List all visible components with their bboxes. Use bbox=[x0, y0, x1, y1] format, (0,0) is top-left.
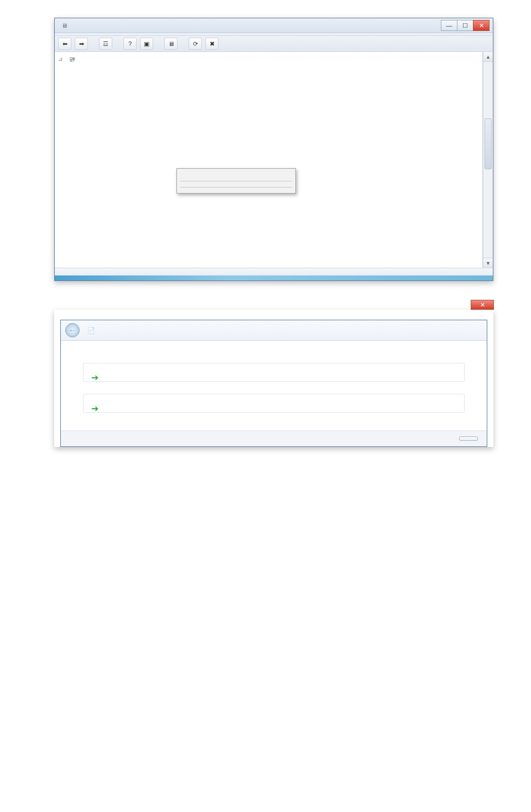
wizard-icon: 📄 bbox=[87, 326, 96, 334]
maximize-button[interactable]: ☐ bbox=[457, 20, 473, 31]
window-icon: 🖥 bbox=[60, 22, 69, 29]
wizard-body: ➔ ➔ bbox=[61, 341, 487, 430]
tb-help-icon[interactable]: ? bbox=[123, 38, 137, 50]
vertical-scrollbar[interactable]: ▲ ▼ bbox=[483, 52, 493, 268]
tb-scan-icon[interactable]: 🖥 bbox=[164, 38, 178, 50]
scroll-thumb[interactable] bbox=[485, 118, 492, 169]
scroll-up-icon[interactable]: ▲ bbox=[483, 52, 493, 62]
taskbar-strip bbox=[55, 275, 493, 280]
ctx-uninstall[interactable] bbox=[178, 176, 294, 180]
arrow-icon: ➔ bbox=[91, 372, 98, 383]
wizard-footer bbox=[61, 430, 487, 446]
device-manager-window: 🖥 — ☐ ✕ ⬅ ➡ ☲ ? ▣ 🖥 ⟳ ✖ ⊿ 🖳 bbox=[54, 18, 493, 281]
tb-uninstall-icon[interactable]: ✖ bbox=[205, 38, 218, 50]
dm-statusbar bbox=[55, 268, 493, 276]
ctx-properties[interactable] bbox=[178, 189, 294, 192]
option-search-automatically[interactable]: ➔ bbox=[83, 363, 465, 382]
tb-back-icon[interactable]: ⬅ bbox=[58, 38, 71, 50]
dm-body: ⊿ 🖳 ▲ ▼ bbox=[55, 52, 493, 268]
tb-update-icon[interactable]: ⟳ bbox=[189, 38, 202, 50]
wizard-titlebar: ← 📄 bbox=[61, 320, 487, 341]
context-menu bbox=[176, 168, 296, 194]
dm-toolbar: ⬅ ➡ ☲ ? ▣ 🖥 ⟳ ✖ bbox=[55, 36, 493, 52]
window-buttons: — ☐ ✕ bbox=[441, 20, 490, 31]
update-driver-wizard: ← 📄 ➔ ➔ bbox=[60, 320, 487, 447]
tb-fwd-icon[interactable]: ➡ bbox=[75, 38, 88, 50]
ctx-separator bbox=[180, 181, 292, 181]
option-browse-computer[interactable]: ➔ bbox=[83, 394, 465, 413]
cancel-button[interactable] bbox=[459, 436, 478, 441]
ctx-separator bbox=[180, 187, 292, 188]
device-tree[interactable]: ⊿ 🖳 bbox=[55, 52, 483, 268]
tb-props-icon[interactable]: ▣ bbox=[140, 38, 153, 50]
dm-titlebar: 🖥 — ☐ ✕ bbox=[55, 18, 493, 33]
tree-root[interactable]: ⊿ 🖳 bbox=[58, 54, 479, 64]
wizard-back-button[interactable]: ← bbox=[65, 323, 80, 337]
arrow-icon: ➔ bbox=[91, 403, 98, 414]
minimize-button[interactable]: — bbox=[441, 20, 457, 31]
tb-tree-icon[interactable]: ☲ bbox=[99, 38, 112, 50]
close-button[interactable]: ✕ bbox=[473, 20, 490, 31]
computer-icon: 🖳 bbox=[67, 55, 76, 63]
wizard-wrapper: ✕ ← 📄 ➔ ➔ bbox=[54, 310, 493, 447]
scroll-down-icon[interactable]: ▼ bbox=[483, 258, 493, 268]
wizard-close-button[interactable]: ✕ bbox=[471, 300, 494, 310]
ctx-scan[interactable] bbox=[178, 183, 294, 186]
